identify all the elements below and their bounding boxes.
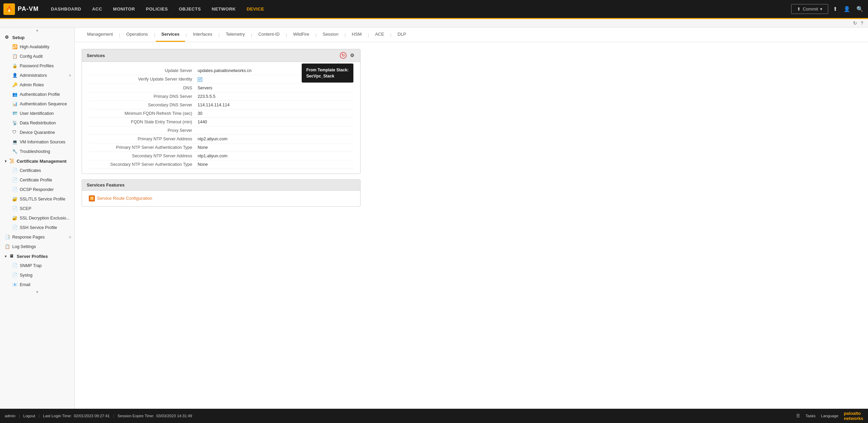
sidebar-item-ssl-decryption-exclusion[interactable]: 🔐 SSL Decryption Exclusio... [0, 213, 74, 223]
nav-device[interactable]: DEVICE [241, 0, 269, 19]
tooltip-line1: From Template Stack: [306, 67, 349, 73]
logout-link[interactable]: Logout [23, 414, 35, 418]
field-primary-ntp-auth-value: None [198, 145, 208, 150]
main-layout: ▲ ⚙ Setup 🔁 High Availability 📋 Config A… [0, 28, 868, 409]
tab-management[interactable]: Management [82, 28, 118, 42]
sidebar-scroll-down[interactable]: ▼ [0, 289, 74, 295]
sidebar-item-vm-info-label: VM Information Sources [20, 140, 65, 144]
sidebar-item-config-audit[interactable]: 📋 Config Audit [0, 52, 74, 61]
data-icon: 📡 [12, 120, 18, 126]
nav-monitor[interactable]: MONITOR [107, 0, 140, 19]
scep-icon: 📄 [12, 206, 18, 211]
sidebar-item-syslog[interactable]: 📄 Syslog [0, 270, 74, 280]
ssh-icon: 📄 [12, 225, 18, 230]
tab-ace[interactable]: ACE [370, 28, 390, 42]
roles-icon: 🔑 [12, 82, 18, 88]
commit-chevron: ▾ [820, 6, 822, 12]
tab-wildfire[interactable]: WildFire [288, 28, 315, 42]
sidebar-item-response-pages[interactable]: 📑 Response Pages [0, 232, 74, 242]
nav-user-icon[interactable]: 👤 [842, 4, 852, 14]
sidebar-item-certificates[interactable]: 📄 Certificates [0, 166, 74, 175]
user-icon: 👤 [12, 73, 18, 78]
sidebar-item-certificate-management[interactable]: ▾ 📜 Certificate Management [0, 156, 74, 166]
language-link[interactable]: Language [821, 414, 838, 418]
sidebar-item-snmp-trap[interactable]: 📄 SNMP Trap [0, 261, 74, 270]
sidebar-item-ha-label: High Availability [20, 45, 49, 49]
sidebar-item-device-quarantine[interactable]: 🛡 Device Quarantine [0, 128, 74, 137]
sidebar-item-email[interactable]: 📧 Email [0, 280, 74, 289]
nav-search-icon[interactable]: 🔍 [855, 4, 865, 14]
nav-objects[interactable]: OBJECTS [173, 0, 206, 19]
tab-hsm[interactable]: HSM [346, 28, 367, 42]
sep-2: | [153, 32, 156, 37]
audit-icon: 📋 [12, 54, 18, 59]
sidebar-item-server-profiles-label: Server Profiles [17, 254, 48, 259]
sidebar-item-authentication-profile[interactable]: 👥 Authentication Profile [0, 90, 74, 99]
sidebar-item-password-profiles[interactable]: 🔒 Password Profiles [0, 61, 74, 71]
sidebar-item-log-settings[interactable]: 📋 Log Settings [0, 242, 74, 251]
sidebar-item-high-availability[interactable]: 🔁 High Availability [0, 42, 74, 52]
sep-7: | [315, 32, 317, 37]
ssl2-icon: 🔐 [12, 215, 18, 221]
tab-services[interactable]: Services [156, 28, 185, 42]
tab-telemetry[interactable]: Telemetry [220, 28, 250, 42]
tab-session[interactable]: Session [317, 28, 344, 42]
field-primary-dns-label: Primary DNS Server [89, 94, 198, 99]
seq-icon: 📊 [12, 101, 18, 107]
sidebar-item-data-redistribution[interactable]: 📡 Data Redistribution [0, 118, 74, 128]
nav-network[interactable]: NETWORK [206, 0, 241, 19]
nav-acc[interactable]: ACC [87, 0, 108, 19]
last-login-label: Last Login Time: [43, 414, 72, 418]
tasks-link[interactable]: Tasks [805, 414, 815, 418]
sidebar-item-ssl-tls-service-profile[interactable]: 🔐 SSL/TLS Service Profile [0, 194, 74, 204]
refresh-icon[interactable]: ↻ [853, 20, 857, 26]
services-refresh-icon[interactable]: ↻ [340, 52, 347, 59]
trouble-icon: 🔧 [12, 149, 18, 154]
sidebar-item-user-identification[interactable]: 🪪 User Identification [0, 109, 74, 118]
sidebar-scroll-up[interactable]: ▲ [0, 28, 74, 33]
field-secondary-ntp: Secondary NTP Server Address ntp1.aliyun… [89, 152, 353, 160]
verify-checkbox[interactable]: ✓ [198, 77, 202, 82]
sidebar-item-server-profiles[interactable]: ▾ 🖥 Server Profiles [0, 251, 74, 261]
tab-operations[interactable]: Operations [121, 28, 153, 42]
response-pages-dot [69, 236, 71, 238]
sidebar-item-authentication-sequence[interactable]: 📊 Authentication Sequence [0, 99, 74, 109]
sidebar-item-data-redist-label: Data Redistribution [20, 121, 56, 125]
sidebar-item-certificate-profile[interactable]: 📄 Certificate Profile [0, 175, 74, 185]
sub-navigation: Management | Operations | Services | Int… [75, 28, 868, 42]
tab-interfaces[interactable]: Interfaces [187, 28, 218, 42]
field-secondary-dns-label: Secondary DNS Server [89, 103, 198, 107]
top-navigation: 🔥 PA-VM DASHBOARD ACC MONITOR POLICIES O… [0, 0, 868, 19]
services-gear-icon[interactable]: ⚙ [349, 52, 355, 59]
sidebar-item-scep[interactable]: 📄 SCEP [0, 204, 74, 213]
nav-dashboard[interactable]: DASHBOARD [46, 0, 87, 19]
help-icon[interactable]: ? [861, 20, 863, 26]
sidebar-item-ssh-service-profile[interactable]: 📄 SSH Service Profile [0, 223, 74, 232]
services-features-card: Services Features 🔀 Service Route Config… [82, 179, 361, 207]
tab-content-id[interactable]: Content-ID [253, 28, 285, 42]
field-update-server-label: Update Server [89, 68, 198, 73]
service-route-configuration-link[interactable]: 🔀 Service Route Configuration [89, 195, 353, 201]
sidebar-item-setup[interactable]: ⚙ Setup [0, 33, 74, 42]
tab-dlp[interactable]: DLP [392, 28, 412, 42]
sidebar-item-ocsp-responder[interactable]: 📄 OCSP Responder [0, 185, 74, 194]
field-proxy-server-label: Proxy Server [89, 128, 198, 133]
nav-items: DASHBOARD ACC MONITOR POLICIES OBJECTS N… [46, 0, 791, 19]
sep-6: | [285, 32, 287, 37]
lock-icon: 🔒 [12, 63, 18, 69]
sidebar-item-administrators-label: Administrators [20, 73, 47, 78]
cert-mgmt-toggle: ▾ [5, 159, 6, 163]
sidebar-item-administrators[interactable]: 👤 Administrators [0, 71, 74, 80]
sidebar-item-vm-information-sources[interactable]: 💻 VM Information Sources [0, 137, 74, 147]
commit-button[interactable]: ⬆ Commit ▾ [791, 4, 828, 14]
nav-policies[interactable]: POLICIES [140, 0, 173, 19]
sidebar-item-admin-roles[interactable]: 🔑 Admin Roles [0, 80, 74, 90]
template-stack-tooltip: From Template Stack: SecVpc_Stack [302, 64, 353, 83]
nav-upload-icon[interactable]: ⬆ [832, 4, 839, 14]
field-min-fqdn: Minimum FQDN Refresh Time (sec) 30 [89, 109, 353, 118]
field-secondary-ntp-auth-label: Secondary NTP Server Authentication Type [89, 162, 198, 167]
sidebar-item-scep-label: SCEP [20, 206, 31, 211]
sidebar-item-troubleshooting[interactable]: 🔧 Troubleshooting [0, 147, 74, 156]
field-secondary-ntp-auth-value: None [198, 162, 208, 167]
commit-icon: ⬆ [797, 6, 801, 12]
